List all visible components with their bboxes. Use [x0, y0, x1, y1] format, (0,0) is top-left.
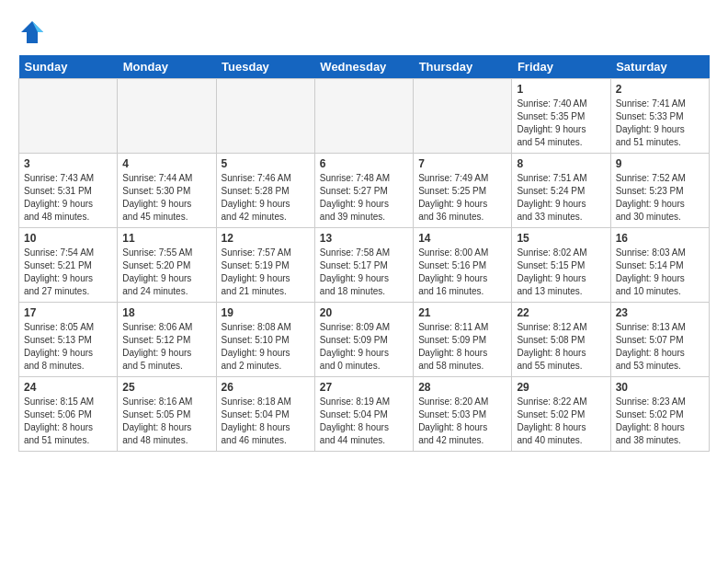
day-number: 4	[122, 157, 210, 170]
day-cell: 14Sunrise: 8:00 AM Sunset: 5:16 PM Dayli…	[414, 228, 512, 303]
day-info: Sunrise: 8:18 AM Sunset: 5:04 PM Dayligh…	[222, 396, 310, 447]
day-number: 1	[517, 83, 605, 96]
day-number: 20	[320, 306, 408, 319]
day-number: 12	[222, 232, 310, 245]
day-number: 25	[122, 381, 210, 394]
col-header-friday: Friday	[512, 55, 610, 79]
header-row: SundayMondayTuesdayWednesdayThursdayFrid…	[19, 55, 710, 79]
day-info: Sunrise: 8:22 AM Sunset: 5:02 PM Dayligh…	[517, 396, 605, 447]
day-info: Sunrise: 7:57 AM Sunset: 5:19 PM Dayligh…	[222, 247, 310, 298]
day-number: 22	[517, 306, 605, 319]
day-cell	[216, 79, 314, 154]
week-row-1: 1Sunrise: 7:40 AM Sunset: 5:35 PM Daylig…	[19, 79, 710, 154]
day-info: Sunrise: 8:13 AM Sunset: 5:07 PM Dayligh…	[616, 321, 704, 373]
day-number: 13	[320, 232, 408, 245]
day-cell	[414, 79, 512, 154]
day-cell: 6Sunrise: 7:48 AM Sunset: 5:27 PM Daylig…	[314, 154, 413, 228]
day-info: Sunrise: 8:19 AM Sunset: 5:04 PM Dayligh…	[320, 396, 408, 447]
day-cell: 29Sunrise: 8:22 AM Sunset: 5:02 PM Dayli…	[512, 377, 610, 452]
day-number: 17	[24, 306, 112, 319]
day-cell: 10Sunrise: 7:54 AM Sunset: 5:21 PM Dayli…	[19, 228, 118, 303]
col-header-tuesday: Tuesday	[216, 55, 314, 79]
day-cell	[118, 79, 216, 154]
day-info: Sunrise: 7:44 AM Sunset: 5:30 PM Dayligh…	[122, 172, 210, 224]
day-number: 2	[616, 83, 704, 96]
day-number: 6	[320, 157, 408, 170]
day-cell: 1Sunrise: 7:40 AM Sunset: 5:35 PM Daylig…	[512, 79, 610, 154]
day-cell	[19, 79, 118, 154]
day-info: Sunrise: 7:52 AM Sunset: 5:23 PM Dayligh…	[616, 172, 704, 224]
day-number: 24	[24, 381, 112, 394]
day-cell: 7Sunrise: 7:49 AM Sunset: 5:25 PM Daylig…	[414, 154, 512, 228]
day-cell: 17Sunrise: 8:05 AM Sunset: 5:13 PM Dayli…	[19, 303, 118, 377]
day-number: 23	[616, 306, 704, 319]
day-info: Sunrise: 7:41 AM Sunset: 5:33 PM Dayligh…	[616, 98, 704, 149]
day-info: Sunrise: 7:43 AM Sunset: 5:31 PM Dayligh…	[24, 172, 112, 224]
logo-icon	[18, 18, 46, 46]
day-number: 8	[517, 157, 605, 170]
day-number: 3	[24, 157, 112, 170]
day-cell	[314, 79, 413, 154]
day-info: Sunrise: 8:00 AM Sunset: 5:16 PM Dayligh…	[418, 247, 506, 298]
day-cell: 16Sunrise: 8:03 AM Sunset: 5:14 PM Dayli…	[610, 228, 709, 303]
day-info: Sunrise: 8:06 AM Sunset: 5:12 PM Dayligh…	[122, 321, 210, 373]
page-container: SundayMondayTuesdayWednesdayThursdayFrid…	[0, 0, 728, 461]
day-cell: 4Sunrise: 7:44 AM Sunset: 5:30 PM Daylig…	[118, 154, 216, 228]
week-row-5: 24Sunrise: 8:15 AM Sunset: 5:06 PM Dayli…	[19, 377, 710, 452]
day-number: 30	[616, 381, 704, 394]
day-cell: 8Sunrise: 7:51 AM Sunset: 5:24 PM Daylig…	[512, 154, 610, 228]
day-number: 26	[222, 381, 310, 394]
day-cell: 9Sunrise: 7:52 AM Sunset: 5:23 PM Daylig…	[610, 154, 709, 228]
day-cell: 5Sunrise: 7:46 AM Sunset: 5:28 PM Daylig…	[216, 154, 314, 228]
day-number: 11	[122, 232, 210, 245]
day-info: Sunrise: 7:40 AM Sunset: 5:35 PM Dayligh…	[517, 98, 605, 149]
day-cell: 20Sunrise: 8:09 AM Sunset: 5:09 PM Dayli…	[314, 303, 413, 377]
day-number: 18	[122, 306, 210, 319]
col-header-saturday: Saturday	[610, 55, 709, 79]
day-number: 15	[517, 232, 605, 245]
calendar-table: SundayMondayTuesdayWednesdayThursdayFrid…	[18, 55, 710, 452]
day-number: 16	[616, 232, 704, 245]
day-cell: 25Sunrise: 8:16 AM Sunset: 5:05 PM Dayli…	[118, 377, 216, 452]
day-cell: 30Sunrise: 8:23 AM Sunset: 5:02 PM Dayli…	[610, 377, 709, 452]
day-number: 19	[222, 306, 310, 319]
day-number: 10	[24, 232, 112, 245]
day-cell: 27Sunrise: 8:19 AM Sunset: 5:04 PM Dayli…	[314, 377, 413, 452]
day-cell: 15Sunrise: 8:02 AM Sunset: 5:15 PM Dayli…	[512, 228, 610, 303]
col-header-monday: Monday	[118, 55, 216, 79]
day-number: 29	[517, 381, 605, 394]
day-info: Sunrise: 7:54 AM Sunset: 5:21 PM Dayligh…	[24, 247, 112, 298]
logo	[18, 18, 50, 46]
col-header-thursday: Thursday	[414, 55, 512, 79]
day-cell: 28Sunrise: 8:20 AM Sunset: 5:03 PM Dayli…	[414, 377, 512, 452]
day-number: 14	[418, 232, 506, 245]
day-info: Sunrise: 8:23 AM Sunset: 5:02 PM Dayligh…	[616, 396, 704, 447]
day-info: Sunrise: 8:12 AM Sunset: 5:08 PM Dayligh…	[517, 321, 605, 373]
col-header-wednesday: Wednesday	[314, 55, 413, 79]
day-number: 27	[320, 381, 408, 394]
day-cell: 19Sunrise: 8:08 AM Sunset: 5:10 PM Dayli…	[216, 303, 314, 377]
day-info: Sunrise: 7:48 AM Sunset: 5:27 PM Dayligh…	[320, 172, 408, 224]
day-info: Sunrise: 8:08 AM Sunset: 5:10 PM Dayligh…	[222, 321, 310, 373]
day-info: Sunrise: 8:20 AM Sunset: 5:03 PM Dayligh…	[418, 396, 506, 447]
day-info: Sunrise: 8:11 AM Sunset: 5:09 PM Dayligh…	[418, 321, 506, 373]
day-number: 21	[418, 306, 506, 319]
week-row-2: 3Sunrise: 7:43 AM Sunset: 5:31 PM Daylig…	[19, 154, 710, 228]
day-info: Sunrise: 8:15 AM Sunset: 5:06 PM Dayligh…	[24, 396, 112, 447]
day-info: Sunrise: 8:16 AM Sunset: 5:05 PM Dayligh…	[122, 396, 210, 447]
day-info: Sunrise: 7:58 AM Sunset: 5:17 PM Dayligh…	[320, 247, 408, 298]
day-cell: 23Sunrise: 8:13 AM Sunset: 5:07 PM Dayli…	[610, 303, 709, 377]
day-info: Sunrise: 8:02 AM Sunset: 5:15 PM Dayligh…	[517, 247, 605, 298]
day-number: 5	[222, 157, 310, 170]
day-cell: 21Sunrise: 8:11 AM Sunset: 5:09 PM Dayli…	[414, 303, 512, 377]
day-info: Sunrise: 7:49 AM Sunset: 5:25 PM Dayligh…	[418, 172, 506, 224]
week-row-3: 10Sunrise: 7:54 AM Sunset: 5:21 PM Dayli…	[19, 228, 710, 303]
day-cell: 13Sunrise: 7:58 AM Sunset: 5:17 PM Dayli…	[314, 228, 413, 303]
day-cell: 22Sunrise: 8:12 AM Sunset: 5:08 PM Dayli…	[512, 303, 610, 377]
week-row-4: 17Sunrise: 8:05 AM Sunset: 5:13 PM Dayli…	[19, 303, 710, 377]
day-number: 7	[418, 157, 506, 170]
day-info: Sunrise: 7:46 AM Sunset: 5:28 PM Dayligh…	[222, 172, 310, 224]
day-info: Sunrise: 7:55 AM Sunset: 5:20 PM Dayligh…	[122, 247, 210, 298]
day-cell: 24Sunrise: 8:15 AM Sunset: 5:06 PM Dayli…	[19, 377, 118, 452]
day-cell: 18Sunrise: 8:06 AM Sunset: 5:12 PM Dayli…	[118, 303, 216, 377]
